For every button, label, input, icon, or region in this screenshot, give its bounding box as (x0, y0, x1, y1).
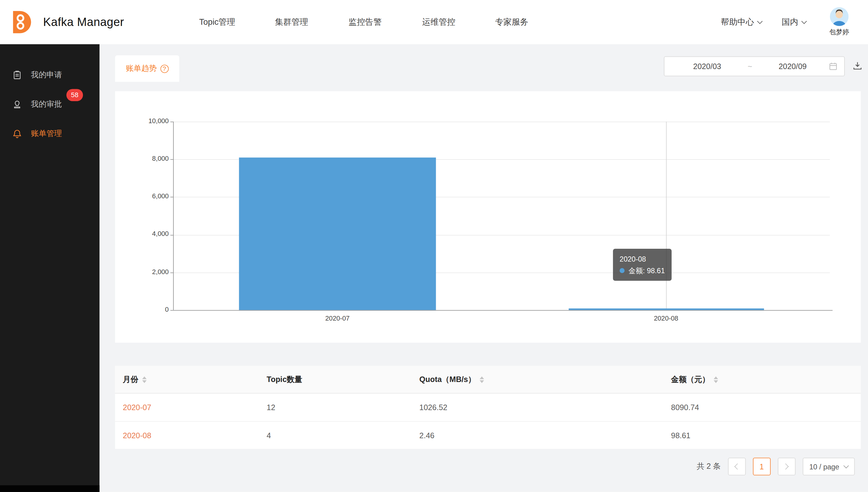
sidebar-collapse-trigger[interactable] (0, 485, 100, 492)
current-page-button[interactable]: 1 (753, 458, 770, 475)
next-page-button[interactable] (778, 458, 796, 475)
quota-cell: 2.46 (412, 431, 663, 440)
main-content: 账单趋势 ? 2020/03 ~ 2020/09 10,000 8,000 6,… (100, 44, 868, 492)
help-icon[interactable]: ? (160, 65, 168, 73)
quota-cell: 1026.52 (412, 403, 663, 412)
y-axis-tick-label: 0 (124, 305, 169, 313)
user-menu[interactable]: 包梦婷 (826, 7, 853, 37)
y-axis-tick-label: 4,000 (124, 230, 169, 238)
table-header-row: 月份 Topic数量 Quota（MB/s） 金额（元） (115, 366, 861, 393)
app-title: Kafka Manager (43, 0, 124, 44)
stamp-icon (12, 100, 22, 110)
sidebar-item-billing-management[interactable]: 账单管理 (0, 121, 100, 146)
sort-desc-icon (142, 380, 146, 383)
sidebar-item-my-applications[interactable]: 我的申请 (0, 62, 100, 88)
nav-expert-service[interactable]: 专家服务 (495, 0, 529, 44)
y-axis-tick-label: 10,000 (124, 117, 169, 125)
nav-cluster-management[interactable]: 集群管理 (275, 0, 308, 44)
sidebar-item-label: 我的审批 (31, 100, 62, 110)
chevron-down-icon (844, 463, 849, 468)
sort-icons[interactable] (142, 376, 146, 383)
month-link[interactable]: 2020-07 (123, 403, 151, 412)
help-center-menu[interactable]: 帮助中心 (721, 17, 762, 27)
tab-billing-trend[interactable]: 账单趋势 ? (115, 55, 179, 82)
calendar-icon (829, 62, 838, 71)
sort-desc-icon (479, 380, 484, 383)
sidebar-item-label: 账单管理 (31, 129, 62, 139)
sort-desc-icon (713, 380, 718, 383)
x-axis-line (173, 310, 832, 311)
billing-table: 月份 Topic数量 Quota（MB/s） 金额（元） 2020-07 12 (115, 366, 861, 449)
bell-icon (12, 129, 22, 139)
sort-asc-icon (142, 376, 146, 379)
chart-crosshair (666, 122, 667, 310)
top-header: Kafka Manager Topic管理 集群管理 监控告警 运维管控 专家服… (0, 0, 868, 44)
sort-asc-icon (713, 376, 718, 379)
sidebar: 我的申请 我的审批 58 账单管理 (0, 44, 100, 492)
table-row: 2020-07 12 1026.52 8090.74 (115, 394, 861, 421)
nav-monitor-alert[interactable]: 监控告警 (349, 0, 382, 44)
column-header-topic-count: Topic数量 (259, 374, 412, 385)
amount-cell: 98.61 (663, 431, 861, 440)
series-dot-icon (620, 268, 625, 273)
chevron-down-icon (757, 18, 763, 24)
tooltip-title: 2020-08 (620, 253, 665, 265)
y-axis-tick-label: 8,000 (124, 155, 169, 162)
sidebar-item-my-approvals[interactable]: 我的审批 58 (0, 92, 100, 117)
y-axis-tick-label: 6,000 (124, 192, 169, 200)
bar-2020-07[interactable] (239, 158, 436, 310)
avatar (830, 7, 848, 26)
page-size-value: 10 / page (809, 462, 839, 471)
sort-icons[interactable] (479, 376, 484, 383)
date-start[interactable]: 2020/03 (671, 62, 743, 71)
help-center-label: 帮助中心 (721, 17, 754, 27)
page-size-select[interactable]: 10 / page (802, 458, 854, 475)
sort-icons[interactable] (713, 376, 718, 383)
chevron-left-icon (734, 463, 741, 469)
prev-page-button[interactable] (728, 458, 746, 475)
column-label: 月份 (123, 374, 139, 385)
table-row: 2020-08 4 2.46 98.61 (115, 421, 861, 449)
x-axis-tick-label: 2020-08 (622, 315, 710, 322)
column-label: 金额（元） (671, 374, 710, 385)
clipboard-icon (12, 70, 22, 80)
region-label: 国内 (782, 17, 798, 27)
header-right: 帮助中心 国内 包梦婷 (721, 0, 852, 44)
column-header-amount[interactable]: 金额（元） (663, 374, 861, 385)
app-logo (8, 9, 33, 35)
app: Kafka Manager Topic管理 集群管理 监控告警 运维管控 专家服… (0, 0, 868, 492)
date-range-picker[interactable]: 2020/03 ~ 2020/09 (664, 56, 845, 76)
billing-trend-chart: 10,000 8,000 6,000 4,000 2,000 0 2020-07… (115, 91, 861, 343)
date-end[interactable]: 2020/09 (757, 62, 829, 71)
region-menu[interactable]: 国内 (782, 17, 806, 27)
date-separator: ~ (743, 62, 756, 71)
tooltip-value: 金额: 98.61 (620, 265, 665, 276)
column-header-month[interactable]: 月份 (115, 374, 259, 385)
column-header-quota[interactable]: Quota（MB/s） (412, 374, 663, 385)
month-link[interactable]: 2020-08 (123, 431, 151, 440)
y-axis-tick-label: 2,000 (124, 268, 169, 276)
column-label: Topic数量 (267, 374, 302, 385)
tab-label: 账单趋势 (126, 64, 157, 74)
y-axis-line (173, 122, 174, 310)
amount-cell: 8090.74 (663, 403, 861, 412)
chevron-right-icon (783, 463, 789, 469)
total-count: 共 2 条 (697, 462, 721, 471)
pagination: 共 2 条 1 10 / page (697, 458, 855, 475)
approvals-count-badge: 58 (66, 89, 83, 101)
sort-asc-icon (479, 376, 484, 379)
sidebar-item-label: 我的申请 (31, 70, 62, 80)
nav-topic-management[interactable]: Topic管理 (199, 0, 235, 44)
download-icon[interactable] (852, 61, 863, 71)
username: 包梦婷 (829, 27, 849, 37)
x-axis-tick-label: 2020-07 (293, 315, 382, 322)
nav-ops-control[interactable]: 运维管控 (422, 0, 455, 44)
topic-count-cell: 4 (259, 431, 412, 440)
gridline (173, 122, 830, 122)
chevron-down-icon (801, 18, 807, 24)
chart-tooltip: 2020-08 金额: 98.61 (613, 249, 671, 281)
column-label: Quota（MB/s） (419, 374, 476, 385)
topic-count-cell: 12 (259, 403, 412, 412)
